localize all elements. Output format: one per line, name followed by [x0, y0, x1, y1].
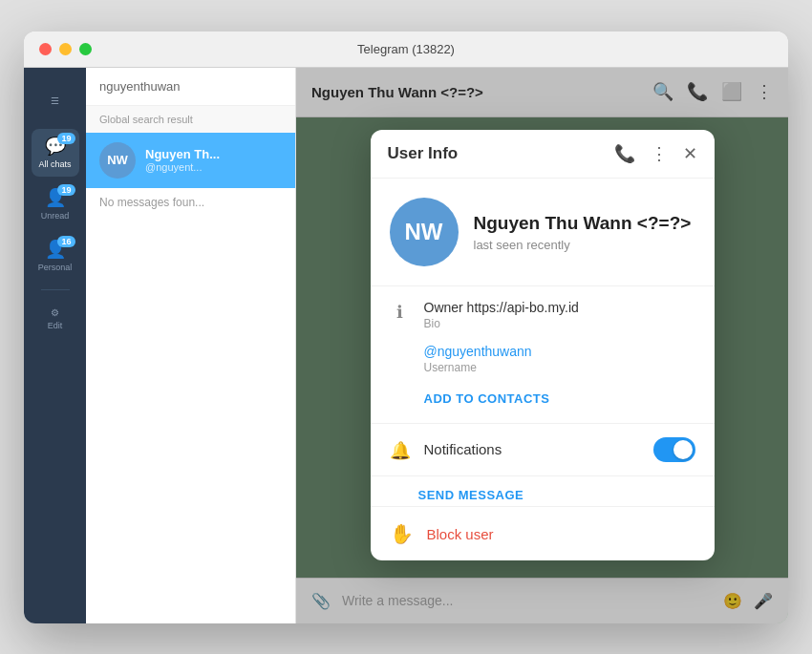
- block-user-button[interactable]: Block user: [427, 526, 494, 542]
- sidebar: ☰ 19 💬 All chats 19 👤 Unread 16 👤 Person…: [24, 68, 86, 623]
- titlebar: Telegram (13822): [24, 32, 788, 68]
- modal-phone-icon[interactable]: 📞: [614, 143, 635, 164]
- no-messages-label: No messages foun...: [86, 188, 295, 217]
- user-info-modal: User Info 📞 ⋮ ✕ NW Nguyen Thu Wann <?=?>…: [371, 130, 715, 560]
- username-value[interactable]: @nguyenthuwann: [424, 344, 532, 359]
- sidebar-divider: [41, 289, 70, 290]
- username-content: @nguyenthuwann Username: [424, 344, 532, 374]
- user-status: last seen recently: [474, 238, 692, 252]
- sidebar-item-personal[interactable]: 16 👤 Personal: [32, 232, 79, 280]
- chat-list-item[interactable]: NW Nguyen Th... @nguyent...: [86, 133, 295, 188]
- block-icon: ✋: [390, 522, 414, 545]
- all-chats-badge: 19: [57, 133, 75, 144]
- notifications-section: 🔔 Notifications: [371, 424, 715, 476]
- personal-label: Personal: [38, 263, 73, 272]
- sidebar-menu-icon[interactable]: ☰: [32, 77, 79, 125]
- edit-icon: ⚙: [51, 307, 59, 318]
- minimize-button[interactable]: [59, 43, 72, 55]
- window-title: Telegram (13822): [357, 42, 455, 56]
- window-controls: [39, 43, 92, 55]
- bell-icon: 🔔: [390, 440, 411, 461]
- close-button[interactable]: [39, 43, 52, 55]
- modal-header: User Info 📞 ⋮ ✕: [371, 130, 715, 179]
- chat-list-panel: nguyenthuwan Global search result NW Ngu…: [86, 68, 296, 623]
- user-avatar: NW: [390, 198, 459, 266]
- maximize-button[interactable]: [79, 43, 92, 55]
- notifications-label-container: Notifications: [424, 441, 640, 458]
- modal-title: User Info: [388, 144, 459, 163]
- chat-list-header: nguyenthuwan: [86, 68, 295, 106]
- unread-label: Unread: [41, 211, 70, 221]
- all-chats-label: All chats: [38, 159, 71, 169]
- modal-more-icon[interactable]: ⋮: [651, 143, 668, 164]
- notifications-toggle[interactable]: [653, 437, 695, 462]
- user-info-section: NW Nguyen Thu Wann <?=?> last seen recen…: [371, 179, 715, 286]
- bio-row: ℹ Owner https://api-bo.my.id Bio: [390, 300, 695, 330]
- chat-avatar: NW: [99, 142, 136, 179]
- chat-username: @nguyent...: [145, 161, 220, 173]
- app-body: ☰ 19 💬 All chats 19 👤 Unread 16 👤 Person…: [24, 68, 788, 623]
- modal-header-icons: 📞 ⋮ ✕: [614, 143, 697, 164]
- sidebar-edit-button[interactable]: ⚙ Edit: [32, 300, 79, 338]
- modal-close-icon[interactable]: ✕: [683, 143, 697, 164]
- info-section: ℹ Owner https://api-bo.my.id Bio @nguyen…: [371, 286, 715, 424]
- chat-name: Nguyen Th...: [145, 147, 220, 161]
- sidebar-item-all-chats[interactable]: 19 💬 All chats: [32, 129, 79, 177]
- info-icon: ℹ: [390, 302, 411, 323]
- main-area: Nguyen Thu Wann <?=?> 🔍 📞 ⬜ ⋮ 📎 Write a …: [296, 68, 788, 623]
- user-details: Nguyen Thu Wann <?=?> last seen recently: [474, 213, 692, 252]
- edit-label: Edit: [48, 321, 63, 330]
- chat-info: Nguyen Th... @nguyent...: [145, 147, 220, 173]
- bio-label: Bio: [424, 317, 579, 330]
- user-name: Nguyen Thu Wann <?=?>: [474, 213, 692, 234]
- send-message-button[interactable]: SEND MESSAGE: [371, 476, 715, 506]
- username-label: Username: [424, 361, 532, 374]
- modal-overlay[interactable]: User Info 📞 ⋮ ✕ NW Nguyen Thu Wann <?=?>…: [296, 68, 788, 623]
- main-window: Telegram (13822) ☰ 19 💬 All chats 19 👤 U…: [24, 32, 788, 623]
- bio-content: Owner https://api-bo.my.id Bio: [424, 300, 579, 330]
- sidebar-item-unread[interactable]: 19 👤 Unread: [32, 180, 79, 228]
- toggle-knob: [673, 440, 693, 459]
- unread-badge: 19: [57, 184, 75, 196]
- block-section: ✋ Block user: [371, 507, 715, 560]
- bio-value: Owner https://api-bo.my.id: [424, 300, 579, 315]
- username-row: @nguyenthuwann Username: [424, 344, 695, 374]
- add-to-contacts-button[interactable]: ADD TO CONTACTS: [424, 388, 695, 410]
- personal-badge: 16: [57, 236, 75, 247]
- search-result-label: Global search result: [86, 106, 295, 133]
- hamburger-icon: ☰: [51, 95, 59, 106]
- notifications-label: Notifications: [424, 441, 502, 457]
